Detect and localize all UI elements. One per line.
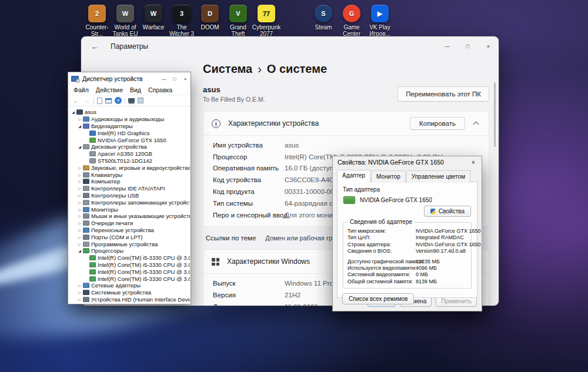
tree-item[interactable]: Дисковые устройства <box>69 143 190 150</box>
twisty-icon[interactable] <box>77 166 82 170</box>
scan-icon[interactable] <box>138 98 143 103</box>
tree-item[interactable]: Аудиовходы и аудиовыходы <box>69 116 190 123</box>
tree-item[interactable]: Программные устройства <box>69 240 190 247</box>
cpu-icon <box>89 269 96 274</box>
tree-item[interactable]: Intel(R) Core(TM) i5-3330 CPU @ 3.00GHz <box>69 254 190 262</box>
tree-item[interactable]: Intel(R) HD Graphics <box>69 129 190 136</box>
twisty-icon[interactable] <box>77 179 82 183</box>
tree-item-label: asus <box>85 109 96 115</box>
chevron-up-icon[interactable] <box>473 121 479 127</box>
tree-item[interactable]: Переносные устройства <box>69 227 190 234</box>
tree-item-label: Intel(R) HD Graphics <box>98 130 149 136</box>
tree-item[interactable]: Intel(R) Core(TM) i5-3330 CPU @ 3.00GHz <box>69 275 190 282</box>
tree-item-label: Контроллеры USB <box>91 192 139 199</box>
twisty-icon[interactable] <box>77 200 82 205</box>
tree-item[interactable]: Видеоадаптеры <box>69 123 190 130</box>
device-header: asus To Be Filled By O.E.M. Переименоват… <box>203 85 489 103</box>
copy-device-specs-button[interactable]: Копировать <box>410 117 465 130</box>
adapter-info-row: Сведения о BIOS: Version90.17.4d.0.a8 <box>348 248 467 254</box>
close-icon[interactable]: × <box>465 156 482 168</box>
doc-icon[interactable] <box>97 98 102 104</box>
tree-item[interactable]: Контроллеры IDE ATA/ATAPI <box>69 185 190 192</box>
close-button[interactable]: × <box>478 36 499 56</box>
dialog-tab[interactable]: Адаптер <box>337 170 370 182</box>
twisty-icon[interactable] <box>77 249 82 253</box>
rename-pc-button[interactable]: Переименовать этот ПК <box>397 86 489 102</box>
menu-item[interactable]: Файл <box>70 86 92 94</box>
info-value: 4096 МБ <box>416 265 467 272</box>
help-icon[interactable]: ? <box>115 97 122 104</box>
twisty-icon[interactable] <box>77 193 82 197</box>
tree-item[interactable]: Очереди печати <box>69 220 190 227</box>
disk-drive-icon <box>89 151 96 156</box>
menu-item[interactable]: Справка <box>145 86 176 94</box>
tree-item[interactable]: Контроллеры запоминающих устройств <box>69 199 190 206</box>
maximize-button[interactable]: □ <box>169 73 180 85</box>
tree-item[interactable]: ST500LT012-1DG142 <box>69 157 190 165</box>
tree-item-label: ST500LT012-1DG142 <box>98 157 152 164</box>
tree-item[interactable]: Мыши и иные указывающие устройства <box>69 213 190 220</box>
twisty-icon[interactable] <box>77 290 82 294</box>
twisty-icon[interactable] <box>77 186 82 190</box>
twisty-icon[interactable] <box>77 207 82 212</box>
twisty-icon[interactable] <box>77 228 82 232</box>
tree-item[interactable]: Контроллеры USB <box>69 192 190 199</box>
tree-item[interactable]: Клавиатуры <box>69 171 190 178</box>
tree-item[interactable]: NVIDIA GeForce GTX 1650 <box>69 136 190 143</box>
twisty-icon[interactable] <box>77 235 82 239</box>
tree-item[interactable]: Устройства HID (Human Interface Devices) <box>69 296 190 303</box>
desktop-icon[interactable]: S Steam <box>309 5 338 37</box>
properties-button[interactable]: Свойства <box>424 206 471 217</box>
close-button[interactable]: × <box>180 73 191 85</box>
minimize-button[interactable]: — <box>159 73 169 85</box>
device-specs-header[interactable]: Характеристики устройства Копировать <box>203 112 489 135</box>
tree-item[interactable]: Процессоры <box>69 247 190 254</box>
back-button[interactable]: ← <box>86 38 103 55</box>
separator[interactable] <box>93 98 94 104</box>
cpu-icon <box>89 255 96 260</box>
tree-item[interactable]: Intel(R) Core(TM) i5-3330 CPU @ 3.00GHz <box>69 268 190 275</box>
tree-item[interactable]: Компьютер <box>69 178 190 185</box>
dialog-tab[interactable]: Монитор <box>371 170 406 183</box>
twisty-icon[interactable] <box>71 110 76 114</box>
tree-item-label: Звуковые, игровые и видеоустройства <box>91 165 190 171</box>
maximize-button[interactable]: □ <box>457 36 478 56</box>
menu-item[interactable]: Действие <box>92 86 126 94</box>
twisty-icon[interactable] <box>77 124 82 128</box>
dialog-tab[interactable]: Управление цветом <box>406 170 470 183</box>
tree-item[interactable]: Порты (COM и LPT) <box>69 233 190 240</box>
twisty-icon[interactable] <box>77 145 82 149</box>
scrollbar[interactable] <box>494 82 496 147</box>
twisty-icon[interactable] <box>77 214 82 218</box>
tree-item[interactable]: Сетевые адаптеры <box>69 282 190 289</box>
adapter-info-group: Сведения об адаптере Тип микросхем: NVID… <box>343 222 472 289</box>
tree-item[interactable]: Intel(R) Core(TM) i5-3330 CPU @ 3.00GHz <box>69 262 190 269</box>
tree-item[interactable]: asus <box>69 109 190 116</box>
breadcrumb-root[interactable]: Система <box>203 62 252 75</box>
computer-tb-icon[interactable] <box>128 98 135 103</box>
tree-item[interactable]: Apacer AS350 120GB <box>69 150 190 157</box>
twisty-icon[interactable] <box>77 297 82 301</box>
tree-item[interactable]: Звуковые, игровые и видеоустройства <box>69 164 190 171</box>
twisty-icon[interactable] <box>77 283 82 287</box>
menu-item[interactable]: Вид <box>126 86 145 94</box>
twisty-icon[interactable] <box>77 173 82 177</box>
twisty-icon[interactable] <box>77 221 82 225</box>
separator[interactable] <box>125 98 125 104</box>
desktop-icon-label: World of Tanks EU <box>113 24 138 37</box>
twisty-icon[interactable] <box>77 242 82 246</box>
back-icon[interactable]: ← <box>72 96 80 105</box>
twisty-icon[interactable] <box>77 117 82 121</box>
desktop-icon[interactable]: G Game Center <box>338 5 366 37</box>
tree-item-label: Очереди печати <box>91 220 133 226</box>
tree-item[interactable]: Мониторы <box>69 206 190 213</box>
list-all-modes-button[interactable]: Список всех режимов <box>342 293 414 304</box>
tree-item-label: Сетевые адаптеры <box>91 282 141 289</box>
minimize-button[interactable]: — <box>437 36 457 56</box>
desktop-icon[interactable]: ▶ VK Play Игров... <box>366 5 394 37</box>
window-icon[interactable] <box>105 98 112 103</box>
desktop-icon-label: DOOM <box>201 24 219 31</box>
forward-icon[interactable]: → <box>83 96 91 105</box>
computer-icon <box>76 109 83 115</box>
tree-item[interactable]: Системные устройства <box>69 289 190 296</box>
